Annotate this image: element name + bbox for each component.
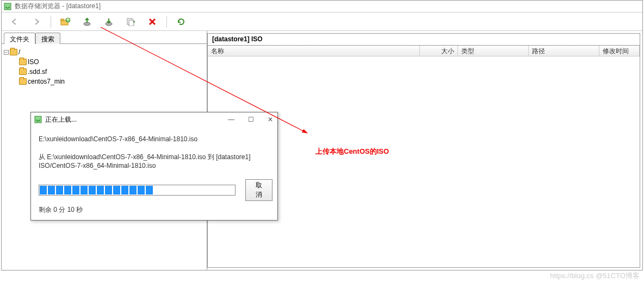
folder-icon — [19, 59, 27, 65]
svg-rect-9 — [35, 116, 41, 123]
progress-segment — [203, 186, 210, 194]
delete-icon[interactable] — [143, 15, 162, 29]
collapse-icon[interactable]: − — [4, 50, 9, 55]
upload-source: E:\xunleidownload\CentOS-7-x86_64-Minima… — [39, 135, 270, 143]
progress-segment — [170, 186, 177, 194]
upload-dialog: 正在上载... — ☐ ✕ E:\xunleidownload\CentOS-7… — [30, 112, 278, 221]
tree-item-label: centos7_min — [28, 78, 65, 85]
col-path[interactable]: 路径 — [529, 46, 599, 56]
window-title: 数据存储浏览器 - [datastore1] — [15, 2, 101, 11]
watermark: https://blog.cs @51CTO博客 — [550, 271, 640, 281]
svg-rect-2 — [61, 19, 64, 21]
progress-segment — [154, 186, 161, 194]
separator — [166, 16, 167, 28]
progress-segment — [227, 186, 234, 194]
tree-item-label: ISO — [28, 58, 39, 66]
titlebar: 数据存储浏览器 - [datastore1] — [2, 1, 642, 12]
copy-icon[interactable] — [121, 15, 140, 29]
svg-text:+: + — [66, 17, 70, 23]
forward-icon[interactable] — [27, 15, 46, 29]
progress-segment — [187, 186, 194, 194]
app-icon — [34, 116, 42, 123]
progress-segment — [146, 186, 153, 194]
tab-search[interactable]: 搜索 — [35, 33, 60, 44]
col-mtime[interactable]: 修改时间 — [599, 46, 640, 56]
toolbar: + — [2, 12, 642, 31]
progress-segment — [129, 186, 137, 194]
back-icon[interactable] — [5, 15, 24, 29]
minimize-icon[interactable]: — — [227, 116, 235, 123]
progress-segment — [195, 186, 202, 194]
progress-segment — [105, 186, 112, 194]
progress-segment — [219, 186, 226, 194]
svg-rect-8 — [129, 20, 134, 26]
separator — [51, 16, 51, 28]
progress-segment — [162, 186, 169, 194]
col-name[interactable]: 名称 — [208, 46, 420, 56]
progress-segment — [40, 186, 47, 194]
dialog-title: 正在上载... — [45, 115, 77, 124]
progress-segment — [121, 186, 128, 194]
upload-icon[interactable] — [77, 15, 97, 29]
tree-root-label: / — [18, 48, 20, 56]
progress-segment — [178, 186, 185, 194]
tree-item-label: .sdd.sf — [28, 68, 47, 76]
upload-desc: 从 E:\xunleidownload\CentOS-7-x86_64-Mini… — [39, 153, 270, 169]
tree-item[interactable]: centos7_min — [4, 77, 205, 86]
svg-rect-0 — [4, 3, 11, 10]
cancel-button[interactable]: 取消 — [245, 179, 273, 201]
tabs: 文件夹 搜索 — [2, 31, 207, 44]
refresh-icon[interactable] — [171, 15, 191, 29]
tab-folders[interactable]: 文件夹 — [4, 33, 35, 44]
tree-item[interactable]: .sdd.sf — [4, 67, 205, 77]
time-remaining: 剩余 0 分 10 秒 — [39, 205, 270, 215]
folder-icon — [10, 49, 17, 55]
progress-bar — [39, 185, 236, 196]
dialog-titlebar[interactable]: 正在上载... — ☐ ✕ — [31, 112, 277, 127]
col-type[interactable]: 类型 — [458, 46, 529, 56]
tree-item[interactable]: ISO — [4, 57, 205, 67]
path-bar: [datastore1] ISO — [208, 34, 640, 46]
progress-segment — [64, 186, 71, 194]
folder-icon — [19, 68, 27, 75]
grid-header: 名称 大小 类型 路径 修改时间 — [208, 46, 640, 56]
progress-segment — [138, 186, 145, 194]
progress-segment — [211, 186, 218, 194]
folder-icon — [19, 78, 27, 85]
progress-segment — [48, 186, 55, 194]
app-icon — [4, 3, 11, 10]
download-icon[interactable] — [99, 15, 119, 29]
progress-segment — [72, 186, 79, 194]
progress-segment — [89, 186, 96, 194]
progress-segment — [113, 186, 120, 194]
new-folder-icon[interactable]: + — [55, 15, 75, 29]
progress-segment — [81, 186, 88, 194]
progress-segment — [97, 186, 104, 194]
tree-root[interactable]: − / — [4, 47, 205, 57]
close-icon[interactable]: ✕ — [267, 116, 274, 123]
maximize-icon[interactable]: ☐ — [247, 116, 255, 123]
annotation-text: 上传本地CentOS的ISO — [315, 147, 389, 156]
progress-segment — [56, 186, 63, 194]
col-size[interactable]: 大小 — [420, 46, 458, 56]
